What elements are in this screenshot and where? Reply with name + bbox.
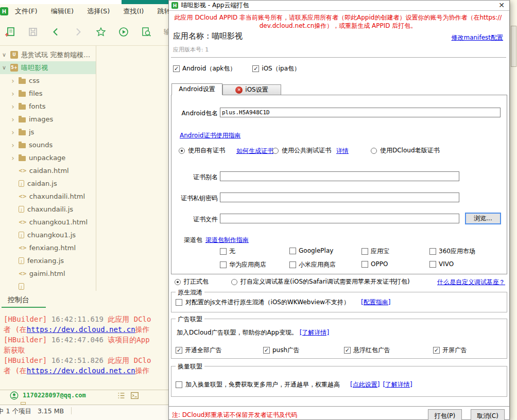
checkbox[interactable]: ✓ <box>263 347 270 354</box>
tree-file-caidan-js[interactable]: J caidan.js <box>0 177 96 190</box>
ios-platform-checkbox[interactable]: ✓ iOS（ipa包） <box>252 64 300 73</box>
chevron-right-icon[interactable]: › <box>10 141 15 149</box>
back-button[interactable] <box>50 27 61 37</box>
channel-none-checkbox[interactable]: 无 <box>220 247 235 256</box>
checkbox[interactable] <box>176 299 182 306</box>
channel-huawei-checkbox[interactable]: 华为应用商店 <box>220 260 266 269</box>
tab-android-settings[interactable]: Android设置 <box>171 83 222 95</box>
chevron-down-icon[interactable]: ∨ <box>1 64 7 71</box>
channel-googleplay-checkbox[interactable]: GooglePlay <box>289 247 333 254</box>
tree-project-miaoda[interactable]: ∨ 5+ 喵呾影视 <box>0 61 96 74</box>
public-cert-details-link[interactable]: 详情 <box>336 147 349 155</box>
checkbox[interactable]: ✓ <box>173 65 180 72</box>
tree-file-caidan-html[interactable]: <> caidan.html <box>0 164 96 177</box>
channel-yingyongbao-checkbox[interactable]: 应用宝 <box>361 247 389 256</box>
tree-file-chuangkou1-html[interactable]: <> chuangkou1.html <box>0 216 96 229</box>
checkbox[interactable] <box>429 261 436 268</box>
cert-password-input[interactable] <box>220 192 459 202</box>
what-is-custom-base-link[interactable]: 什么是自定义调试基座？ <box>437 278 505 287</box>
menu-find[interactable]: 查找(I) <box>116 5 150 18</box>
tab-ios-settings[interactable]: ✕ iOS设置 <box>222 84 281 95</box>
menu-select[interactable]: 选择(S) <box>80 5 116 18</box>
menu-edit[interactable]: 编辑(E) <box>44 5 80 18</box>
checkbox[interactable]: ✓ <box>344 347 351 354</box>
chevron-right-icon[interactable]: › <box>10 115 15 124</box>
dcloud-dev-link[interactable]: https://dev.dcloud.net.cn <box>27 325 135 334</box>
tree-folder-unpackage[interactable]: › unpackage <box>0 151 96 164</box>
modify-manifest-link[interactable]: 修改manifest配置 <box>451 33 503 42</box>
outline-list-icon[interactable] <box>117 391 126 400</box>
tree-file-gaimi-html[interactable]: <> gaimi.html <box>0 267 96 280</box>
exchange-set-link[interactable]: [点此设置] <box>350 380 380 389</box>
radio-selected[interactable] <box>175 279 181 285</box>
close-icon[interactable]: ✕ <box>498 1 505 9</box>
own-cert-radio[interactable]: 使用自有证书 <box>179 146 225 155</box>
exchange-detail-link[interactable]: [了解详情] <box>383 380 412 389</box>
channel-xiaomi-checkbox[interactable]: 小米应用商店 <box>289 260 336 269</box>
checkbox[interactable] <box>361 248 368 255</box>
scrollbar-thumb[interactable] <box>511 26 516 67</box>
tree-folder-images[interactable]: › images <box>0 113 96 126</box>
chevron-right-icon[interactable]: › <box>10 102 15 111</box>
new-file-button[interactable] <box>5 27 15 37</box>
how-to-generate-cert-link[interactable]: 如何生成证书 <box>236 147 273 155</box>
cert-alias-input[interactable] <box>220 171 459 181</box>
checkbox[interactable] <box>220 261 227 268</box>
tree-folder-sounds[interactable]: › sounds <box>0 138 96 151</box>
tree-file-chaxundaili-js[interactable]: J chaxundaili.js <box>0 203 96 216</box>
dcloud-dev-link[interactable]: https://dev.dcloud.net.cn <box>27 366 135 375</box>
tree-folder-js[interactable]: › js <box>0 126 96 138</box>
cancel-button[interactable]: 取消(C) <box>471 409 505 420</box>
chevron-right-icon[interactable]: › <box>10 128 15 136</box>
radio-selected[interactable] <box>179 148 185 154</box>
tree-file-chaxundaili-html[interactable]: <> chaxundaili.html <box>0 190 96 203</box>
dcloud-old-cert-radio[interactable]: 使用DCloud老版证书 <box>371 146 440 155</box>
find-in-files-button[interactable] <box>141 27 151 37</box>
chevron-right-icon[interactable]: › <box>10 77 15 85</box>
tree-folder-fonts[interactable]: › fonts <box>0 100 96 113</box>
account-email[interactable]: 1170228097@qq.com <box>23 392 86 399</box>
menu-file[interactable]: 文件(F) <box>8 5 44 18</box>
browse-button[interactable]: 浏览... <box>465 213 501 224</box>
terminal-icon[interactable] <box>130 391 140 400</box>
radio[interactable] <box>231 279 237 285</box>
cert-file-input[interactable] <box>220 214 459 223</box>
push-ads-checkbox[interactable]: ✓ push广告 <box>263 346 300 355</box>
checkbox[interactable] <box>429 248 436 255</box>
all-ads-checkbox[interactable]: ✓ 开通全部广告 <box>176 346 222 355</box>
float-redpacket-ads-checkbox[interactable]: ✓ 悬浮红包广告 <box>344 346 390 355</box>
channel-vivo-checkbox[interactable]: VIVO <box>429 260 454 268</box>
pack-button[interactable]: 打包(P) <box>428 409 462 420</box>
run-button[interactable] <box>118 27 129 37</box>
custom-base-radio[interactable]: 打自定义调试基座(iOS的Safari调试需要用苹果开发证书打包) <box>231 277 410 286</box>
checkbox[interactable]: ✓ <box>433 347 440 354</box>
console-tab[interactable]: 控制台 <box>8 295 29 305</box>
checkbox[interactable]: ✓ <box>252 65 259 72</box>
android-cert-guide-link[interactable]: Android证书使用指南 <box>180 131 240 140</box>
splash-ads-checkbox[interactable]: ✓ 开屏广告 <box>433 346 467 355</box>
save-button[interactable] <box>28 27 38 37</box>
radio[interactable] <box>371 148 377 154</box>
dialog-titlebar[interactable]: H 喵呾影视 - App云端打包 ✕ <box>169 1 509 11</box>
tree-file-fenxiang-js[interactable]: J fenxiang.js <box>0 254 96 267</box>
channel-guide-link[interactable]: 渠道包制作指南 <box>205 236 249 244</box>
checkbox[interactable] <box>289 248 296 254</box>
chevron-down-icon[interactable]: ∨ <box>1 51 7 58</box>
tree-file-partial[interactable]: J <box>0 280 96 291</box>
tree-file-chuangkou1-js[interactable]: J chuangkou1.js <box>0 229 96 241</box>
package-name-input[interactable] <box>220 108 501 117</box>
ad-detail-link[interactable]: [了解详情] <box>300 329 329 336</box>
tree-file-fenxiang-html[interactable]: <> fenxiang.html <box>0 241 96 254</box>
forward-button[interactable] <box>73 27 83 37</box>
tree-folder-css[interactable]: › css <box>0 74 96 87</box>
android-platform-checkbox[interactable]: ✓ Android（apk包） <box>173 64 236 73</box>
checkbox[interactable] <box>176 381 182 388</box>
radio[interactable] <box>272 148 279 154</box>
checkbox[interactable] <box>289 261 296 268</box>
checkbox[interactable] <box>220 248 227 255</box>
public-test-cert-radio[interactable]: 使用公共测试证书 <box>272 146 331 155</box>
tree-folder-files[interactable]: › files <box>0 87 96 100</box>
checkbox[interactable]: ✓ <box>176 347 182 354</box>
channel-360-checkbox[interactable]: 360应用市场 <box>429 247 475 256</box>
channel-oppo-checkbox[interactable]: OPPO <box>361 260 388 268</box>
